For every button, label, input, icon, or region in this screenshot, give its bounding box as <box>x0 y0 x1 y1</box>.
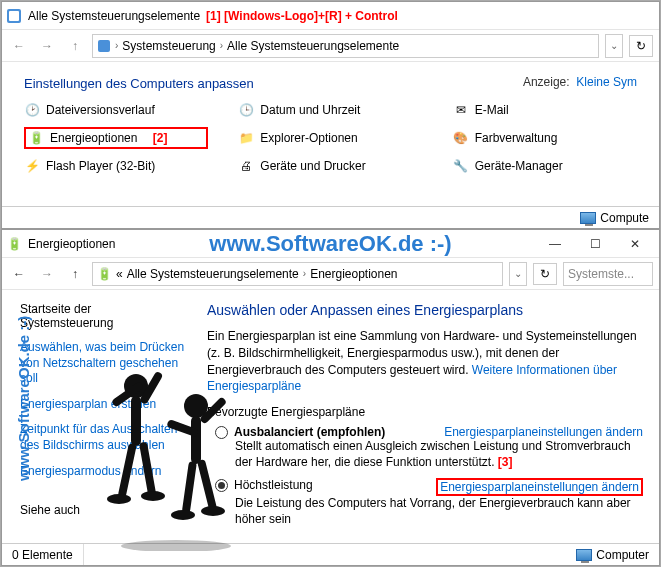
control-panel-icon <box>97 39 111 53</box>
device-icon: 🔧 <box>453 158 469 174</box>
nav-toolbar: ← → ↑ › Systemsteuerung › Alle Systemste… <box>2 30 659 62</box>
items-grid: 🕑Dateiversionsverlauf 🕒Datum und Uhrzeit… <box>24 99 637 177</box>
close-button[interactable]: ✕ <box>615 232 655 256</box>
chevron-right-icon: › <box>303 268 306 279</box>
power-icon: 🔋 <box>97 267 112 281</box>
item-devices-printers[interactable]: 🖨Geräte und Drucker <box>238 155 422 177</box>
chevron-down-icon[interactable]: ⌄ <box>509 262 527 286</box>
item-explorer-options[interactable]: 📁Explorer-Optionen <box>238 127 422 149</box>
sidebar-link-sleep[interactable]: Energiesparmodus ändern <box>20 464 187 480</box>
item-power-options[interactable]: 🔋Energieoptionen [2] <box>24 127 208 149</box>
item-file-history[interactable]: 🕑Dateiversionsverlauf <box>24 99 208 121</box>
sidebar-link-create-plan[interactable]: Energiesparplan erstellen <box>20 397 187 413</box>
item-device-manager[interactable]: 🔧Geräte-Manager <box>453 155 637 177</box>
main-description: Ein Energiesparplan ist eine Sammlung vo… <box>207 328 643 395</box>
view-value[interactable]: Kleine Sym <box>576 75 637 89</box>
plan-description: Die Leistung des Computers hat Vorrang, … <box>235 496 643 527</box>
control-panel-icon <box>6 8 22 24</box>
history-icon: 🕑 <box>24 102 40 118</box>
plan-balanced: Ausbalanciert (empfohlen) Energiesparpla… <box>215 425 643 470</box>
clock-icon: 🕒 <box>238 102 254 118</box>
sidebar-link-buttons[interactable]: Auswählen, was beim Drücken von Netzscha… <box>20 340 187 387</box>
plan-name[interactable]: Höchstleistung <box>234 478 313 492</box>
chevron-down-icon[interactable]: ⌄ <box>605 34 623 58</box>
monitor-icon <box>580 212 596 224</box>
monitor-icon <box>576 549 592 561</box>
breadcrumb[interactable]: Systemsteuerung <box>122 39 215 53</box>
change-plan-link[interactable]: Energiesparplaneinstellungen ändern <box>444 425 643 439</box>
back-button[interactable]: ← <box>8 35 30 57</box>
status-item-count: 0 Elemente <box>2 544 84 565</box>
power-options-window: 🔋 Energieoptionen — ☐ ✕ ← → ↑ 🔋 « Alle S… <box>1 229 660 566</box>
nav-toolbar: ← → ↑ 🔋 « Alle Systemsteuerungselemente … <box>2 258 659 290</box>
window-title: Alle Systemsteuerungselemente <box>28 9 200 23</box>
plan-description: Stellt automatisch einen Ausgleich zwisc… <box>235 439 643 470</box>
radio-high-perf[interactable] <box>215 479 228 492</box>
breadcrumb[interactable]: Alle Systemsteuerungselemente <box>127 267 299 281</box>
plan-name[interactable]: Ausbalanciert (empfohlen) <box>234 425 385 439</box>
breadcrumb[interactable]: Alle Systemsteuerungselemente <box>227 39 399 53</box>
power-icon: 🔋 <box>28 130 44 146</box>
forward-button[interactable]: → <box>36 263 58 285</box>
sidebar: Startseite der Systemsteuerung Auswählen… <box>2 290 197 543</box>
main-panel: Auswählen oder Anpassen eines Energiespa… <box>197 290 659 543</box>
status-computer: Compute <box>570 211 659 225</box>
mail-icon: ✉ <box>453 102 469 118</box>
address-bar[interactable]: 🔋 « Alle Systemsteuerungselemente › Ener… <box>92 262 503 286</box>
forward-button[interactable]: → <box>36 35 58 57</box>
breadcrumb[interactable]: Energieoptionen <box>310 267 397 281</box>
item-date-time[interactable]: 🕒Datum und Uhrzeit <box>238 99 422 121</box>
flash-icon: ⚡ <box>24 158 40 174</box>
breadcrumb-overflow[interactable]: « <box>116 267 123 281</box>
annotation-2: [2] <box>153 131 168 145</box>
item-flash[interactable]: ⚡Flash Player (32-Bit) <box>24 155 208 177</box>
main-heading: Auswählen oder Anpassen eines Energiespa… <box>207 302 643 318</box>
color-icon: 🎨 <box>453 130 469 146</box>
plan-high-perf: Höchstleistung Energiesparplaneinstellun… <box>215 478 643 527</box>
window-controls: — ☐ ✕ <box>535 232 655 256</box>
folder-icon: 📁 <box>238 130 254 146</box>
item-color-mgmt[interactable]: 🎨Farbverwaltung <box>453 127 637 149</box>
minimize-button[interactable]: — <box>535 232 575 256</box>
chevron-right-icon: › <box>115 40 118 51</box>
svg-rect-1 <box>9 11 19 21</box>
annotation-3: [3] <box>498 455 513 469</box>
plans-subheading: Bevorzugte Energiesparpläne <box>207 405 643 419</box>
back-button[interactable]: ← <box>8 263 30 285</box>
refresh-button[interactable]: ↻ <box>629 35 653 57</box>
control-panel-window: Alle Systemsteuerungselemente [1] [Windo… <box>1 1 660 229</box>
change-plan-link-highlighted[interactable]: Energiesparplaneinstellungen ändern <box>436 478 643 496</box>
svg-rect-2 <box>98 40 110 52</box>
item-email[interactable]: ✉E-Mail <box>453 99 637 121</box>
up-button[interactable]: ↑ <box>64 263 86 285</box>
sidebar-home-link[interactable]: Startseite der Systemsteuerung <box>20 302 187 330</box>
window-title: Energieoptionen <box>28 237 115 251</box>
titlebar[interactable]: Alle Systemsteuerungselemente [1] [Windo… <box>2 2 659 30</box>
address-bar[interactable]: › Systemsteuerung › Alle Systemsteuerung… <box>92 34 599 58</box>
status-bar: 0 Elemente Computer <box>2 543 659 565</box>
radio-balanced[interactable] <box>215 426 228 439</box>
power-icon: 🔋 <box>6 236 22 252</box>
up-button[interactable]: ↑ <box>64 35 86 57</box>
printer-icon: 🖨 <box>238 158 254 174</box>
content-area: Einstellungen des Computers anpassen Anz… <box>2 62 659 183</box>
see-also-heading: Siehe auch <box>20 503 187 517</box>
maximize-button[interactable]: ☐ <box>575 232 615 256</box>
view-label: Anzeige: <box>523 75 570 89</box>
titlebar[interactable]: 🔋 Energieoptionen — ☐ ✕ <box>2 230 659 258</box>
sidebar-link-display-off[interactable]: Zeitpunkt für das Ausschalten des Bildsc… <box>20 422 187 453</box>
refresh-button[interactable]: ↻ <box>533 263 557 285</box>
chevron-right-icon: › <box>220 40 223 51</box>
content-area: Startseite der Systemsteuerung Auswählen… <box>2 290 659 543</box>
search-input[interactable]: Systemste... <box>563 262 653 286</box>
status-computer: Computer <box>566 548 659 562</box>
status-bar: Compute <box>2 206 659 228</box>
annotation-1: [1] [Windows-Logo]+[R] + Control <box>206 9 398 23</box>
